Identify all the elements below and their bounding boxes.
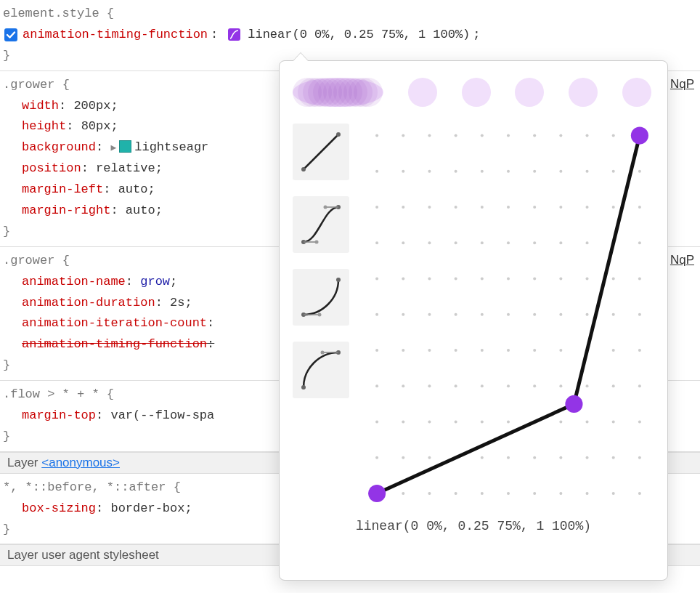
svg-point-55 bbox=[507, 241, 510, 244]
svg-point-88 bbox=[507, 349, 510, 352]
selector: .grower bbox=[3, 254, 54, 267]
easing-editor-popover: linear(0 0%, 0.25 75%, 1 100%) bbox=[279, 60, 668, 581]
svg-point-114 bbox=[612, 421, 615, 424]
svg-point-120 bbox=[481, 456, 484, 459]
svg-point-26 bbox=[612, 134, 615, 137]
svg-point-109 bbox=[481, 421, 484, 424]
preset-linear[interactable] bbox=[293, 124, 349, 180]
svg-point-24 bbox=[559, 134, 562, 137]
svg-point-110 bbox=[507, 421, 510, 424]
easing-control-point[interactable] bbox=[368, 485, 386, 502]
preset-list bbox=[293, 119, 349, 510]
svg-point-44 bbox=[507, 206, 510, 209]
svg-point-42 bbox=[455, 206, 457, 209]
svg-point-129 bbox=[428, 492, 431, 495]
preset-ease-in-out[interactable] bbox=[293, 196, 349, 253]
svg-point-69 bbox=[586, 278, 589, 281]
easing-control-point[interactable] bbox=[631, 127, 648, 145]
selector: *, *::before, *::after bbox=[3, 480, 166, 494]
svg-point-33 bbox=[507, 170, 510, 173]
svg-point-117 bbox=[402, 456, 404, 459]
svg-point-52 bbox=[428, 241, 431, 244]
svg-point-136 bbox=[612, 492, 615, 495]
svg-point-108 bbox=[455, 421, 457, 424]
svg-point-95 bbox=[402, 384, 404, 387]
svg-point-20 bbox=[455, 134, 457, 137]
svg-point-70 bbox=[612, 278, 615, 281]
easing-control-point[interactable] bbox=[565, 395, 582, 413]
easing-curve-editor[interactable] bbox=[362, 119, 654, 510]
svg-point-34 bbox=[533, 170, 536, 173]
svg-point-93 bbox=[638, 349, 641, 352]
svg-point-46 bbox=[559, 206, 562, 209]
animation-preview-ball bbox=[569, 78, 598, 107]
preset-ease-in[interactable] bbox=[293, 269, 349, 326]
svg-point-137 bbox=[638, 492, 641, 495]
svg-point-73 bbox=[402, 313, 404, 316]
svg-point-133 bbox=[533, 492, 536, 495]
svg-point-75 bbox=[455, 313, 457, 316]
source-link[interactable]: NqP bbox=[670, 250, 694, 271]
svg-point-56 bbox=[533, 241, 536, 244]
animation-preview-ball bbox=[622, 78, 651, 107]
svg-point-39 bbox=[375, 206, 378, 209]
svg-point-115 bbox=[638, 421, 641, 424]
svg-point-105 bbox=[375, 421, 378, 424]
svg-point-62 bbox=[402, 278, 404, 281]
svg-point-30 bbox=[428, 170, 431, 173]
svg-point-86 bbox=[455, 349, 457, 352]
svg-point-97 bbox=[455, 384, 457, 387]
svg-point-57 bbox=[559, 241, 562, 244]
svg-point-10 bbox=[336, 278, 341, 282]
svg-point-22 bbox=[507, 134, 510, 137]
layer-link[interactable]: <anonymous> bbox=[41, 456, 120, 469]
svg-point-77 bbox=[507, 313, 510, 316]
svg-point-100 bbox=[533, 384, 536, 387]
svg-point-58 bbox=[586, 241, 589, 244]
animation-preview-ball bbox=[462, 78, 491, 107]
svg-point-102 bbox=[586, 384, 589, 387]
svg-point-78 bbox=[533, 313, 536, 316]
svg-point-116 bbox=[375, 456, 378, 459]
svg-point-19 bbox=[428, 134, 431, 137]
svg-point-36 bbox=[586, 170, 589, 173]
color-swatch-icon[interactable] bbox=[119, 140, 131, 153]
svg-point-132 bbox=[507, 492, 510, 495]
svg-point-85 bbox=[428, 349, 431, 352]
svg-point-112 bbox=[559, 421, 562, 424]
svg-point-32 bbox=[481, 170, 484, 173]
svg-point-72 bbox=[375, 313, 378, 316]
svg-point-31 bbox=[455, 170, 457, 173]
svg-point-65 bbox=[481, 278, 484, 281]
easing-value-label: linear(0 0%, 0.25 75%, 1 100%) bbox=[293, 510, 654, 538]
svg-point-121 bbox=[507, 456, 510, 459]
svg-point-125 bbox=[612, 456, 615, 459]
svg-point-113 bbox=[586, 421, 589, 424]
selector: .flow > * + * bbox=[3, 387, 99, 401]
svg-point-37 bbox=[612, 170, 615, 173]
preset-ease-out[interactable] bbox=[293, 342, 349, 398]
animation-preview-track bbox=[293, 74, 654, 110]
svg-point-7 bbox=[315, 241, 319, 244]
svg-point-84 bbox=[402, 349, 404, 352]
property-toggle-checkbox[interactable] bbox=[4, 28, 17, 41]
property-name[interactable]: animation-timing-function bbox=[23, 25, 208, 46]
svg-point-21 bbox=[481, 134, 484, 137]
svg-point-64 bbox=[455, 278, 457, 281]
svg-point-50 bbox=[375, 241, 378, 244]
svg-point-51 bbox=[402, 241, 404, 244]
source-link[interactable]: NqP bbox=[670, 74, 694, 95]
expand-arrow-icon[interactable]: ▶ bbox=[110, 140, 116, 156]
svg-point-28 bbox=[375, 170, 378, 173]
easing-swatch-icon[interactable] bbox=[228, 28, 240, 41]
selector: .grower bbox=[3, 78, 54, 92]
svg-point-90 bbox=[559, 349, 562, 352]
svg-point-104 bbox=[638, 384, 641, 387]
animation-preview-ball bbox=[293, 78, 383, 107]
popover-arrow-icon bbox=[293, 53, 309, 62]
svg-point-43 bbox=[481, 206, 484, 209]
svg-point-83 bbox=[375, 349, 378, 352]
property-value[interactable]: linear(0 0%, 0.25 75%, 1 100%) bbox=[248, 25, 470, 46]
svg-point-106 bbox=[402, 421, 404, 424]
svg-point-94 bbox=[375, 384, 378, 387]
